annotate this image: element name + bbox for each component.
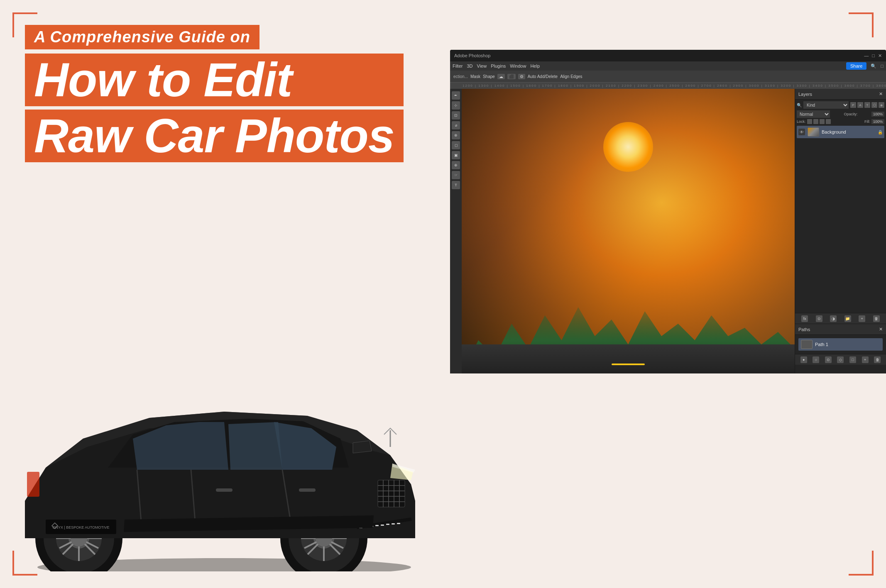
lock-row: Lock: Fill: 100% — [797, 119, 884, 124]
path-item-1[interactable]: Path 1 — [798, 338, 883, 351]
fill-path-icon[interactable]: ● — [800, 356, 807, 363]
paths-panel: Paths ✕ Path 1 ● ○ ⊙ ◇ □ + — [795, 324, 886, 373]
ps-menubar: Filter 3D View Plugins Window Help Share… — [450, 61, 886, 71]
layers-filter-icons: P A T ⬡ ◈ — [850, 102, 884, 108]
opacity-value[interactable]: 100% — [871, 112, 884, 117]
title-line2-text: Raw Car Photos — [34, 109, 394, 162]
adjust-filter-icon[interactable]: A — [857, 102, 863, 108]
path-to-selection-icon[interactable]: ⊙ — [825, 356, 832, 363]
mask-path-icon[interactable]: □ — [849, 356, 856, 363]
door-handle-front — [299, 488, 316, 492]
selection-to-path-icon[interactable]: ◇ — [837, 356, 844, 363]
layers-area: 🔍 Kind P A T ⬡ ◈ Normal — [795, 100, 886, 313]
ps-title: Adobe Photoshop — [454, 53, 490, 58]
shape-option[interactable]: Shape — [483, 74, 495, 79]
lock-position-icon[interactable] — [813, 119, 818, 124]
hand-tool[interactable]: ☞ — [452, 171, 460, 179]
title-line2: Raw Car Photos — [25, 110, 404, 162]
side-mirror — [353, 441, 372, 453]
road-line — [612, 364, 645, 365]
pen-tool[interactable]: ✒ — [452, 91, 460, 100]
lock-art-icon[interactable] — [820, 119, 825, 124]
search-icon: 🔍 — [797, 103, 802, 107]
path-name: Path 1 — [815, 342, 828, 347]
group-icon[interactable]: 📁 — [844, 315, 851, 322]
blend-mode-row: Normal Opacity: 100% — [797, 110, 884, 118]
paths-title: Paths — [798, 327, 810, 332]
fx-icon[interactable]: fx — [801, 315, 808, 322]
clone-tool[interactable]: ⊗ — [452, 131, 460, 139]
fill-label: Fill: — [864, 120, 870, 124]
menu-help[interactable]: Help — [530, 63, 540, 68]
svg-rect-25 — [386, 524, 389, 525]
adjustment-icon[interactable]: ◑ — [830, 315, 837, 322]
rear-light — [27, 472, 39, 497]
sun-element — [603, 122, 653, 172]
workspace-icon[interactable]: □ — [881, 63, 884, 68]
minimize-btn[interactable]: — — [864, 53, 869, 59]
shape-filter-icon[interactable]: ⬡ — [871, 102, 877, 108]
layer-lock-icon: 🔒 — [878, 130, 883, 134]
tool-icon-3: ⚙ — [518, 74, 525, 79]
layer-visibility-icon[interactable]: 👁 — [798, 129, 805, 135]
paths-panel-header: Paths ✕ — [795, 324, 886, 335]
svg-rect-27 — [397, 523, 400, 524]
delete-layer-icon[interactable]: 🗑 — [873, 315, 880, 322]
new-layer-icon[interactable]: + — [859, 315, 865, 322]
delete-path-icon[interactable]: 🗑 — [874, 356, 881, 363]
blend-mode-select[interactable]: Normal — [797, 110, 830, 118]
layer-item-background[interactable]: 👁 Background 🔒 — [797, 126, 884, 138]
paths-panel-bottom: ● ○ ⊙ ◇ □ + 🗑 — [795, 354, 886, 365]
path-thumbnail — [801, 340, 813, 349]
type-tool[interactable]: T — [452, 181, 460, 189]
title-area: A Comprehensive Guide on How to Edit Raw… — [25, 25, 404, 162]
close-btn[interactable]: ✕ — [878, 53, 882, 59]
brush-tool[interactable]: ⌀ — [452, 121, 460, 129]
select-tool[interactable]: ⊹ — [452, 101, 460, 110]
menu-plugins[interactable]: Plugins — [491, 63, 506, 68]
menu-window[interactable]: Window — [510, 63, 526, 68]
fill-value[interactable]: 100% — [871, 119, 884, 124]
menu-3d[interactable]: 3D — [467, 63, 472, 68]
layer-name: Background — [822, 129, 875, 134]
title-main-block: How to Edit Raw Car Photos — [25, 54, 404, 162]
new-path-icon[interactable]: + — [862, 356, 869, 363]
brand-badge-text: ONYX | BESPOKE AUTOMOTIVE — [52, 525, 109, 529]
ps-options-bar: ection... Mask Shape ☁ ⬛ ⚙ Auto Add/Dele… — [450, 71, 886, 82]
car-svg: ONYX | BESPOKE AUTOMOTIVE — [0, 322, 448, 571]
stroke-path-icon[interactable]: ○ — [813, 356, 819, 363]
layers-panel-header: Layers ✕ — [795, 89, 886, 100]
layer-thumbnail — [808, 127, 819, 137]
subtitle-text: A Comprehensive Guide on — [34, 28, 250, 46]
svg-rect-26 — [392, 523, 395, 525]
panel-close-icon[interactable]: ✕ — [879, 91, 883, 97]
smart-filter-icon[interactable]: ◈ — [879, 102, 884, 108]
lock-pixel-icon[interactable] — [807, 119, 812, 124]
auto-add-delete[interactable]: Auto Add/Delete — [528, 74, 558, 79]
search-icon[interactable]: 🔍 — [871, 63, 876, 69]
crop-tool[interactable]: ⊡ — [452, 111, 460, 120]
layers-kind-select[interactable]: Kind — [803, 101, 849, 109]
paths-close-icon[interactable]: ✕ — [879, 327, 883, 332]
grille — [378, 480, 405, 507]
menu-view[interactable]: View — [477, 63, 487, 68]
side-window-front — [228, 422, 282, 470]
type-filter-icon[interactable]: T — [864, 102, 870, 108]
gradient-tool[interactable]: ▣ — [452, 151, 460, 159]
ps-ruler: 1200 | 1300 | 1400 | 1500 | 1600 | 1700 … — [450, 82, 886, 89]
menu-filter[interactable]: Filter — [453, 63, 463, 68]
tool-icon-2: ⬛ — [507, 74, 516, 79]
zoom-tool[interactable]: ⊕ — [452, 161, 460, 169]
title-line1: How to Edit — [25, 54, 404, 106]
mask-option[interactable]: Mask — [470, 74, 480, 79]
svg-rect-23 — [375, 525, 379, 526]
align-edges[interactable]: Align Edges — [560, 74, 582, 79]
pixel-filter-icon[interactable]: P — [850, 102, 856, 108]
svg-rect-24 — [381, 525, 384, 526]
ps-window-controls[interactable]: — □ ✕ — [864, 53, 882, 59]
share-button[interactable]: Share — [846, 62, 866, 70]
maximize-btn[interactable]: □ — [872, 53, 875, 59]
eraser-tool[interactable]: ◻ — [452, 141, 460, 149]
lock-all-icon[interactable] — [826, 119, 831, 124]
add-mask-icon[interactable]: ⊙ — [816, 315, 822, 322]
